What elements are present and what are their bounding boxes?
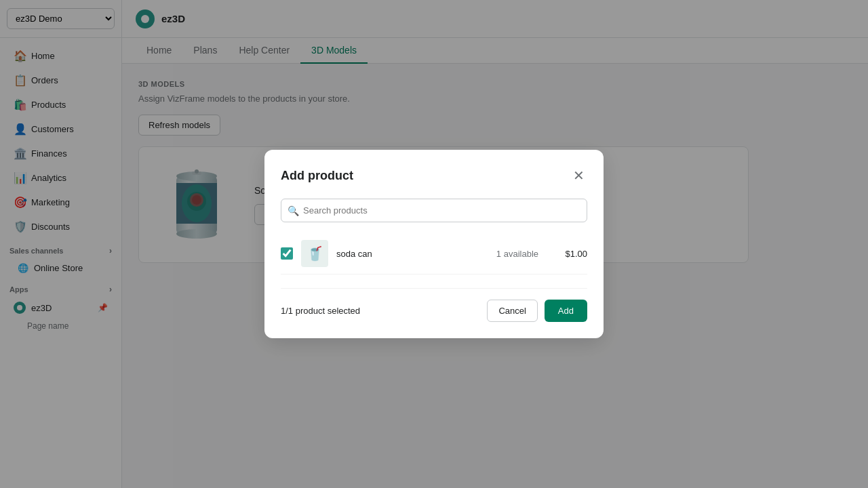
- search-icon: 🔍: [288, 205, 299, 216]
- product-checkbox[interactable]: [281, 247, 293, 260]
- product-name: soda can: [336, 249, 469, 259]
- modal-header: Add product ✕: [281, 166, 587, 185]
- product-search-input[interactable]: [281, 199, 587, 222]
- product-thumbnail: 🥤: [301, 240, 328, 267]
- cancel-button[interactable]: Cancel: [487, 300, 537, 322]
- add-product-modal: Add product ✕ 🔍 🥤 soda can 1 available $…: [264, 150, 604, 338]
- search-wrapper: 🔍: [281, 199, 587, 222]
- modal-footer: 1/1 product selected Cancel Add: [281, 288, 587, 322]
- add-button[interactable]: Add: [545, 300, 587, 322]
- footer-actions: Cancel Add: [487, 300, 587, 322]
- product-row: 🥤 soda can 1 available $1.00: [281, 233, 587, 274]
- modal-title: Add product: [281, 169, 353, 183]
- modal-overlay: Add product ✕ 🔍 🥤 soda can 1 available $…: [0, 0, 868, 488]
- product-price: $1.00: [547, 249, 587, 259]
- product-availability: 1 available: [477, 249, 538, 259]
- selection-status: 1/1 product selected: [281, 306, 360, 316]
- modal-close-button[interactable]: ✕: [570, 166, 587, 185]
